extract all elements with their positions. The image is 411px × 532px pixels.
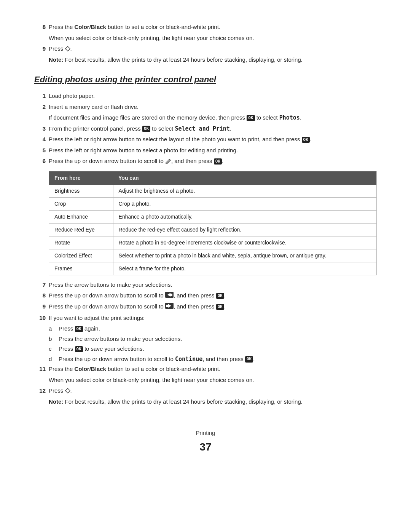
pencil-icon bbox=[165, 158, 171, 165]
step-10-text: If you want to adjust the print settings… bbox=[49, 314, 377, 323]
ok-badge-step8: OK bbox=[216, 293, 224, 299]
footer-page-number: 37 bbox=[34, 439, 377, 455]
steps-1-6: 1 Load photo paper. 2 Insert a memory ca… bbox=[34, 92, 377, 166]
table-header-row: From here You can bbox=[49, 171, 377, 185]
table-row: FramesSelect a frame for the photo. bbox=[49, 262, 377, 275]
table-cell-from: Rotate bbox=[49, 236, 113, 249]
step-8-top: 8 Press the Color/Black button to set a … bbox=[34, 23, 377, 32]
step-1-text: Load photo paper. bbox=[49, 92, 377, 101]
step-6-text: Press the up or down arrow button to scr… bbox=[49, 157, 377, 166]
table-cell-can: Reduce the red-eye effect caused by ligh… bbox=[113, 223, 376, 236]
step-2-indent: If document files and image files are st… bbox=[49, 113, 377, 122]
sub-step-letter-d: d bbox=[49, 355, 56, 364]
step-4: 4 Press the left or right arrow button t… bbox=[34, 135, 377, 144]
sub-step-a: a Press OK again. bbox=[49, 324, 377, 333]
step-num-9: 9 bbox=[34, 302, 46, 311]
step-3-mono: Select and Print bbox=[175, 125, 230, 132]
sub-step-letter-a: a bbox=[49, 324, 56, 333]
table-cell-from: Reduce Red Eye bbox=[49, 223, 113, 236]
table-col2-header: You can bbox=[113, 171, 376, 185]
svg-rect-9 bbox=[166, 305, 168, 307]
step-3: 3 From the printer control panel, press … bbox=[34, 125, 377, 133]
table-cell-can: Select a frame for the photo. bbox=[113, 262, 376, 275]
step-9-text: Press the up or down arrow button to scr… bbox=[49, 302, 377, 311]
table-row: BrightnessAdjust the brightness of a pho… bbox=[49, 185, 377, 198]
step-4-text: Press the left or right arrow button to … bbox=[49, 135, 377, 144]
table-row: Colorized EffectSelect whether to print … bbox=[49, 249, 377, 262]
footer: Printing 37 bbox=[34, 429, 377, 455]
table-cell-can: Crop a photo. bbox=[113, 197, 376, 210]
step-9-top-text: Press . bbox=[49, 45, 377, 53]
step-num-4: 4 bbox=[34, 135, 46, 144]
ok-badge-sub-c: OK bbox=[75, 346, 83, 352]
table-cell-can: Adjust the brightness of a photo. bbox=[113, 185, 376, 198]
step-5: 5 Press the left or right arrow button t… bbox=[34, 146, 377, 155]
ok-badge-step4: OK bbox=[302, 137, 310, 143]
step-num-8-top: 8 bbox=[34, 23, 46, 32]
ok-badge-sub-a: OK bbox=[75, 326, 83, 332]
sub-step-c-text: Press OK to save your selections. bbox=[59, 345, 144, 353]
svg-marker-10 bbox=[65, 388, 70, 393]
ok-badge-sub-d: OK bbox=[245, 356, 253, 362]
table-cell-from: Auto Enhance bbox=[49, 210, 113, 223]
steps-7-10: 7 Press the arrow buttons to make your s… bbox=[34, 281, 377, 364]
step-11: 11 Press the Color/Black button to set a… bbox=[34, 365, 377, 374]
step-num-8: 8 bbox=[34, 291, 46, 300]
svg-marker-0 bbox=[65, 46, 70, 51]
diamond-icon-top bbox=[65, 46, 70, 51]
step-5-text: Press the left or right arrow button to … bbox=[49, 146, 377, 155]
footer-label: Printing bbox=[34, 429, 377, 438]
top-section: 8 Press the Color/Black button to set a … bbox=[34, 23, 377, 64]
step-num-6: 6 bbox=[34, 157, 46, 166]
step-num-11: 11 bbox=[34, 365, 46, 374]
svg-line-2 bbox=[166, 163, 167, 163]
ok-badge-step2: OK bbox=[247, 115, 255, 121]
ok-badge-step3: OK bbox=[142, 126, 150, 132]
step-num-1: 1 bbox=[34, 92, 46, 101]
step-12: 12 Press . bbox=[34, 387, 377, 395]
sub-step-d-text: Press the up or down arrow button to scr… bbox=[59, 355, 255, 364]
sub-step-b: b Press the arrow buttons to make your s… bbox=[49, 335, 377, 343]
sub-step-letter-c: c bbox=[49, 345, 56, 353]
step-2-text: Insert a memory card or flash drive. bbox=[49, 103, 377, 112]
sub-step-letter-b: b bbox=[49, 335, 56, 343]
svg-rect-6 bbox=[170, 294, 172, 296]
step-8-top-indent: When you select color or black-only prin… bbox=[49, 34, 377, 43]
ok-badge-step6: OK bbox=[214, 158, 222, 165]
table-row: RotateRotate a photo in 90-degree increm… bbox=[49, 236, 377, 249]
step-11-indent: When you select color or black-only prin… bbox=[49, 376, 377, 385]
section-heading: Editing photos using the printer control… bbox=[34, 73, 377, 86]
table-cell-from: Colorized Effect bbox=[49, 249, 113, 262]
table-row: Auto EnhanceEnhance a photo automaticall… bbox=[49, 210, 377, 223]
right-arrow-icon bbox=[165, 303, 174, 312]
step-num-2: 2 bbox=[34, 103, 46, 112]
step-num-5: 5 bbox=[34, 146, 46, 155]
sub-step-a-text: Press OK again. bbox=[59, 324, 100, 333]
step-9-top: 9 Press . bbox=[34, 45, 377, 53]
left-arrow-icon bbox=[165, 292, 174, 300]
note-final-text: For best results, allow the prints to dr… bbox=[63, 398, 303, 405]
step-6: 6 Press the up or down arrow button to s… bbox=[34, 157, 377, 166]
table-cell-can: Rotate a photo in 90-degree increments c… bbox=[113, 236, 376, 249]
table-row: CropCrop a photo. bbox=[49, 197, 377, 210]
step-num-12: 12 bbox=[34, 387, 46, 395]
step-num-9-top: 9 bbox=[34, 45, 46, 53]
note-top: Note: For best results, allow the prints… bbox=[49, 56, 377, 64]
steps-11-12: 11 Press the Color/Black button to set a… bbox=[34, 365, 377, 406]
step-7-text: Press the arrow buttons to make your sel… bbox=[49, 281, 377, 289]
sub-step-b-text: Press the arrow buttons to make your sel… bbox=[59, 335, 182, 343]
step-11-text: Press the Color/Black button to set a co… bbox=[49, 365, 377, 374]
table-row: Reduce Red EyeReduce the red-eye effect … bbox=[49, 223, 377, 236]
step-num-3: 3 bbox=[34, 125, 46, 133]
step-8-top-text: Press the Color/Black button to set a co… bbox=[49, 23, 377, 32]
step-num-10: 10 bbox=[34, 314, 46, 323]
step-10: 10 If you want to adjust the print setti… bbox=[34, 314, 377, 323]
sub-step-c: c Press OK to save your selections. bbox=[49, 345, 377, 353]
step-2: 2 Insert a memory card or flash drive. bbox=[34, 103, 377, 112]
step-12-text: Press . bbox=[49, 387, 377, 395]
step-9: 9 Press the up or down arrow button to s… bbox=[34, 302, 377, 311]
table-col1-header: From here bbox=[49, 171, 113, 185]
step-3-text: From the printer control panel, press OK… bbox=[49, 125, 377, 133]
step-7: 7 Press the arrow buttons to make your s… bbox=[34, 281, 377, 289]
note-label-top: Note: bbox=[49, 56, 63, 63]
